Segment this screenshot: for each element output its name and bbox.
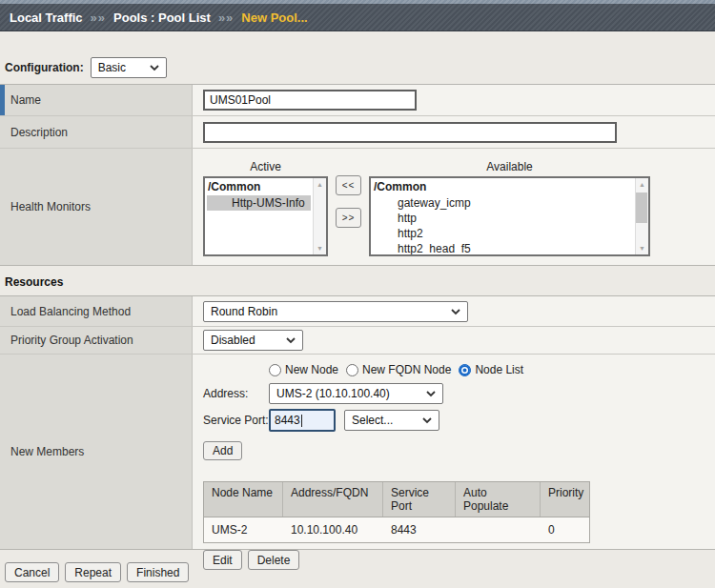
breadcrumb-separator-icon: »» bbox=[91, 10, 106, 25]
active-partition-header: /Common bbox=[207, 180, 311, 195]
active-monitors-listbox[interactable]: /Common Http-UMS-Info ▲ ▼ bbox=[203, 176, 328, 256]
load-balancing-select-value: Round Robin bbox=[211, 305, 277, 318]
chevron-down-icon bbox=[445, 305, 460, 318]
column-header-service-port: Service Port bbox=[383, 482, 456, 517]
add-member-button[interactable]: Add bbox=[203, 441, 242, 460]
cancel-button[interactable]: Cancel bbox=[5, 562, 59, 582]
health-monitors-label-cell: Health Monitors bbox=[0, 149, 193, 265]
breadcrumb-separator-icon: »» bbox=[218, 10, 234, 25]
cell-address-fqdn: 10.10.100.40 bbox=[283, 517, 383, 542]
breadcrumb-current-page: New Pool... bbox=[241, 10, 307, 25]
new-members-content-cell: New Node New FQDN Node Node List Address… bbox=[193, 355, 715, 549]
address-select-value: UMS-2 (10.10.100.40) bbox=[276, 387, 390, 400]
active-listbox-scrollbar[interactable]: ▲ ▼ bbox=[313, 178, 326, 254]
column-header-auto-populate: Auto Populate bbox=[456, 482, 541, 517]
breadcrumb-local-traffic[interactable]: Local Traffic bbox=[10, 10, 83, 25]
chevron-down-icon bbox=[420, 387, 436, 400]
breadcrumb-bar: Local Traffic »» Pools : Pool List »» Ne… bbox=[0, 0, 715, 31]
scroll-down-icon[interactable]: ▼ bbox=[317, 245, 323, 252]
service-port-label: Service Port: bbox=[203, 414, 269, 427]
active-monitor-item[interactable]: Http-UMS-Info bbox=[207, 195, 311, 211]
member-action-buttons: Edit Delete bbox=[203, 550, 299, 570]
service-port-value: 8443 bbox=[275, 414, 300, 427]
column-header-priority: Priority bbox=[541, 482, 591, 517]
name-input[interactable] bbox=[203, 90, 417, 111]
active-monitors-column: Active /Common Http-UMS-Info ▲ ▼ bbox=[203, 160, 328, 256]
new-node-radio-label[interactable]: New Node bbox=[285, 363, 338, 376]
load-balancing-select[interactable]: Round Robin bbox=[203, 301, 468, 322]
available-monitor-item[interactable]: gateway_icmp bbox=[373, 195, 633, 211]
column-header-node-name: Node Name bbox=[204, 482, 283, 517]
priority-group-label-cell: Priority Group Activation bbox=[0, 327, 193, 354]
required-indicator bbox=[0, 85, 5, 115]
node-list-radio[interactable] bbox=[459, 364, 471, 376]
available-partition-header: /Common bbox=[373, 180, 633, 195]
new-node-radio[interactable] bbox=[269, 364, 281, 376]
repeat-button[interactable]: Repeat bbox=[65, 562, 121, 582]
move-to-active-button[interactable]: << bbox=[336, 175, 361, 195]
chevron-down-icon bbox=[417, 414, 432, 427]
available-monitors-listbox[interactable]: /Common gateway_icmp http http2 http2_he… bbox=[369, 176, 650, 256]
finished-button[interactable]: Finished bbox=[127, 562, 189, 582]
scrollbar-thumb[interactable] bbox=[636, 193, 647, 223]
priority-group-row: Priority Group Activation Disabled bbox=[0, 327, 715, 355]
service-port-line: Service Port: 8443 Select... bbox=[203, 409, 439, 432]
general-properties-table: Name Description Health Monitors Active … bbox=[0, 84, 715, 266]
service-port-select[interactable]: Select... bbox=[344, 410, 439, 431]
configuration-line: Configuration: Basic bbox=[5, 57, 715, 78]
available-list-label: Available bbox=[369, 160, 650, 176]
new-fqdn-node-radio-label[interactable]: New FQDN Node bbox=[362, 363, 451, 376]
address-select[interactable]: UMS-2 (10.10.100.40) bbox=[269, 383, 443, 404]
name-row: Name bbox=[0, 85, 715, 116]
name-content-cell bbox=[193, 85, 715, 115]
available-monitor-item[interactable]: http bbox=[373, 211, 633, 226]
delete-member-button[interactable]: Delete bbox=[248, 550, 300, 570]
name-label: Name bbox=[10, 93, 41, 107]
node-list-radio-label[interactable]: Node List bbox=[475, 363, 523, 376]
name-label-cell: Name bbox=[0, 85, 193, 115]
scroll-down-icon[interactable]: ▼ bbox=[639, 245, 645, 252]
priority-group-label: Priority Group Activation bbox=[10, 334, 133, 347]
description-content-cell bbox=[193, 116, 715, 148]
chevron-down-icon bbox=[280, 334, 296, 347]
configuration-select[interactable]: Basic bbox=[91, 57, 167, 78]
service-port-input[interactable]: 8443 bbox=[269, 409, 336, 432]
priority-group-select-value: Disabled bbox=[211, 334, 255, 347]
health-monitors-row: Health Monitors Active /Common Http-UMS-… bbox=[0, 149, 715, 265]
new-fqdn-node-radio[interactable] bbox=[346, 364, 358, 376]
description-input[interactable] bbox=[203, 122, 617, 143]
available-monitors-column: Available /Common gateway_icmp http http… bbox=[369, 160, 650, 256]
available-monitor-item[interactable]: http2 bbox=[373, 226, 633, 241]
available-monitor-item[interactable]: http2_head_f5 bbox=[373, 241, 633, 256]
service-port-select-value: Select... bbox=[352, 414, 393, 427]
health-monitors-label: Health Monitors bbox=[10, 200, 91, 213]
load-balancing-content-cell: Round Robin bbox=[193, 296, 715, 326]
breadcrumb-pool-list[interactable]: Pools : Pool List bbox=[113, 10, 211, 25]
address-line: Address: UMS-2 (10.10.100.40) bbox=[203, 383, 443, 404]
health-monitors-content-cell: Active /Common Http-UMS-Info ▲ ▼ << >> bbox=[193, 149, 715, 265]
configuration-label: Configuration: bbox=[5, 61, 84, 74]
new-members-label: New Members bbox=[10, 445, 84, 458]
monitor-move-buttons: << >> bbox=[336, 175, 361, 228]
load-balancing-label: Load Balancing Method bbox=[10, 305, 131, 318]
scroll-up-icon[interactable]: ▲ bbox=[317, 181, 323, 188]
health-monitors-widget: Active /Common Http-UMS-Info ▲ ▼ << >> bbox=[203, 158, 707, 256]
priority-group-select[interactable]: Disabled bbox=[203, 330, 303, 351]
chevron-down-icon bbox=[144, 61, 159, 74]
text-cursor bbox=[301, 415, 302, 427]
configuration-select-value: Basic bbox=[98, 61, 126, 74]
address-label: Address: bbox=[203, 387, 269, 400]
move-to-available-button[interactable]: >> bbox=[336, 208, 361, 228]
active-list-label: Active bbox=[203, 160, 328, 176]
description-label: Description bbox=[10, 126, 68, 139]
resources-table: Load Balancing Method Round Robin Priori… bbox=[0, 295, 715, 550]
edit-member-button[interactable]: Edit bbox=[203, 550, 242, 570]
new-members-row: New Members New Node New FQDN Node Node … bbox=[0, 355, 715, 549]
cell-auto-populate bbox=[456, 517, 541, 542]
priority-group-content-cell: Disabled bbox=[193, 327, 715, 354]
member-type-radio-group: New Node New FQDN Node Node List bbox=[269, 363, 531, 376]
new-members-label-cell: New Members bbox=[0, 355, 193, 549]
cell-node-name: UMS-2 bbox=[204, 517, 283, 542]
scroll-up-icon[interactable]: ▲ bbox=[639, 181, 645, 188]
table-row[interactable]: UMS-2 10.10.100.40 8443 0 bbox=[204, 517, 589, 542]
